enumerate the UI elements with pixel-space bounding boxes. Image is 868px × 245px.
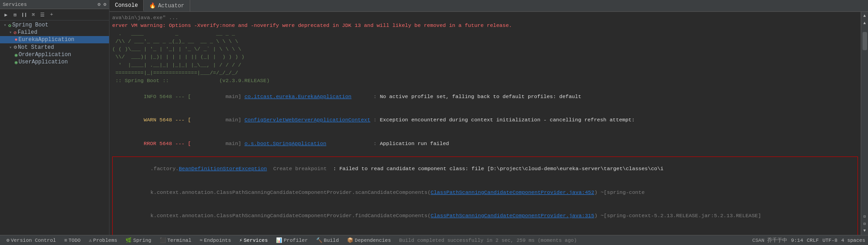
status-problems[interactable]: ⚠ Problems: [85, 236, 121, 244]
tab-actuator[interactable]: 🔥 Actuator: [144, 0, 190, 11]
stack-line-2: k.context.annotation.ClassPathScanningCa…: [113, 180, 858, 204]
stack-line-3: k.context.annotation.ClassPathScanningCa…: [113, 204, 858, 228]
error-group-icon: ⊘: [14, 30, 17, 36]
failed-label: Failed: [18, 29, 37, 36]
console-scrollbar[interactable]: ▲ ▲ ⊡ ⊟ ▼: [861, 12, 868, 235]
settings-icon[interactable]: ⚙: [98, 1, 101, 7]
stack-1-msg: : Failed to read candidate component cla…: [333, 166, 664, 172]
problems-icon: ⚠: [89, 237, 92, 243]
banner-3: ( ( )\___ | '_ | '_| | '_ \/ _` | \ \ \ …: [112, 45, 858, 53]
warn-thread: main]: [191, 117, 244, 123]
stack-1-bp: Create breakpoint: [267, 166, 333, 172]
not-started-icon: ⚙: [14, 44, 17, 51]
tree-item-failed[interactable]: ▾ ⊘ Failed: [0, 29, 109, 36]
deps-icon: 📦: [347, 237, 353, 243]
warn-prefix: WARN 5648 --- [: [144, 117, 191, 123]
console-tabs: Console 🔥 Actuator: [109, 0, 868, 12]
info-thread: main]: [191, 94, 244, 99]
spring-tab-label: Spring: [133, 238, 151, 243]
info-msg: No active profile set, falling back to d…: [380, 94, 582, 99]
stack-2-link[interactable]: ClassPathScanningCandidateComponentProvi…: [431, 189, 594, 195]
error-thread: main]: [191, 141, 244, 146]
services-tab-icon: ⚡: [239, 237, 243, 243]
filter-button[interactable]: ⌘: [29, 10, 37, 19]
group-button[interactable]: ❙❙: [20, 10, 28, 19]
status-endpoints[interactable]: ≈ Endpoints: [196, 237, 235, 244]
scroll-down-button[interactable]: ▼: [862, 228, 868, 234]
profiler-icon: 📊: [276, 237, 282, 243]
stack-2-post: ) ~[spring-conte: [594, 189, 645, 195]
add-button[interactable]: +: [47, 10, 56, 19]
todo-label: TODO: [68, 238, 80, 243]
terminal-icon: ⬛: [160, 237, 166, 243]
info-class[interactable]: co.itcast.eureka.EurekaApplication: [244, 94, 352, 99]
error-stacktrace-box: .factory.BeanDefinitionStoreException Cr…: [112, 156, 858, 235]
status-build[interactable]: 🔨 Build: [312, 236, 343, 244]
scroll-icon2[interactable]: ⊟: [862, 220, 868, 227]
scrollbar-track[interactable]: [862, 27, 868, 212]
endpoints-label: Endpoints: [204, 238, 231, 243]
scroll-icon1[interactable]: ⊡: [862, 213, 868, 219]
info-prefix: INFO 5648 --- [: [144, 94, 191, 99]
vc-label: Version Control: [11, 238, 56, 243]
console-info-line: INFO 5648 --- [ main] co.itcast.eureka.E…: [112, 84, 858, 108]
status-dependencies[interactable]: 📦 Dependencies: [343, 236, 395, 244]
spring-boot-label: Spring Boot: [12, 22, 48, 28]
status-version-control[interactable]: ⚙ Version Control: [3, 236, 60, 244]
not-started-label: Not Started: [18, 44, 54, 51]
arrow-failed: ▾: [9, 30, 12, 35]
banner-2: /\\ / ___'_ __ _ _(_)_ __ __ _ \ \ \ \: [112, 37, 858, 45]
stack-2-pre: k.context.annotation.ClassPathScanningCa…: [151, 189, 431, 195]
deps-label: Dependencies: [355, 238, 391, 243]
tree-item-order[interactable]: ◉ OrderApplication: [0, 51, 109, 58]
tree-item-not-started[interactable]: ▾ ⚙ Not Started: [0, 43, 109, 51]
layout-button[interactable]: ⊞: [11, 10, 19, 19]
scroll-up2-button[interactable]: ▲: [862, 20, 868, 26]
settings-button[interactable]: ☰: [38, 10, 47, 19]
tree-item-eureka[interactable]: ● EurekaApplication: [0, 36, 109, 43]
banner-7: :: Spring Boot :: (v2.3.9.RELEASE): [112, 77, 858, 84]
arrow-spring-boot: ▾: [4, 22, 6, 28]
banner-4: \\/ ___)| |_)| | | | | || (_| | ) ) ) ): [112, 53, 858, 61]
scrollbar-thumb[interactable]: [863, 32, 867, 50]
stack-1-class[interactable]: BeanDefinitionStoreException: [179, 166, 267, 172]
status-terminal[interactable]: ⬛ Terminal: [156, 236, 195, 244]
scroll-up-button[interactable]: ▲: [862, 13, 868, 19]
todo-icon: ≡: [64, 238, 68, 243]
error-prefix: RROR 5648 --- [: [144, 141, 191, 146]
tab-console[interactable]: Console: [109, 0, 144, 11]
error-msg: Application run failed: [380, 141, 449, 146]
console-error-line: RROR 5648 --- [ main] o.s.boot.SpringApp…: [112, 132, 858, 156]
status-todo[interactable]: ≡ TODO: [61, 237, 84, 244]
stack-line-4: k.context.annotation.ClassPathBeanDefini…: [113, 228, 858, 235]
status-message: Build completed successfully in 2 sec, 2…: [395, 238, 580, 243]
status-encoding: UTF-8: [822, 238, 837, 243]
status-spring[interactable]: 🌿 Spring: [122, 236, 155, 244]
terminal-label: Terminal: [167, 238, 192, 243]
eureka-error-icon: ●: [15, 37, 18, 42]
console-output: ava\bin\java.exe" ... erver VM warning: …: [109, 12, 861, 235]
status-tabs: ⚙ Version Control ≡ TODO ⚠ Problems 🌿 Sp…: [3, 236, 752, 244]
run-button[interactable]: ▶: [2, 10, 10, 19]
status-bar: ⚙ Version Control ≡ TODO ⚠ Problems 🌿 Sp…: [0, 235, 868, 245]
profiler-label: Profiler: [284, 238, 308, 243]
banner-1: . ____ _ __ _ _: [112, 30, 858, 37]
spring-tab-icon: 🌿: [125, 237, 132, 243]
order-ok-icon: ◉: [15, 52, 18, 58]
status-services[interactable]: ⚡ Services: [236, 236, 271, 244]
error-spaces: :: [326, 141, 379, 146]
status-profiler[interactable]: 📊 Profiler: [272, 236, 312, 244]
stack-3-link[interactable]: ClassPathScanningCandidateComponentProvi…: [431, 213, 594, 219]
status-brand: CSAN 乔千于中: [752, 237, 787, 244]
error-class[interactable]: o.s.boot.SpringApplication: [244, 141, 326, 146]
warn-class[interactable]: ConfigServletWebServerApplicationContext: [244, 117, 370, 123]
problems-label: Problems: [93, 238, 117, 243]
tree-item-spring-boot[interactable]: ▾ ✿ Spring Boot: [0, 21, 109, 29]
tree-item-user[interactable]: ◉ UserApplication: [0, 58, 109, 66]
console-line-1: ava\bin\java.exe" ...: [112, 14, 858, 21]
settings2-icon[interactable]: ⚙: [103, 1, 106, 7]
status-line-ending: CRLF: [807, 238, 819, 243]
services-panel-header: Services ⚙ ⚙: [0, 0, 109, 9]
stack-line-1: .factory.BeanDefinitionStoreException Cr…: [113, 157, 858, 181]
arrow-not-started: ▾: [9, 45, 12, 50]
